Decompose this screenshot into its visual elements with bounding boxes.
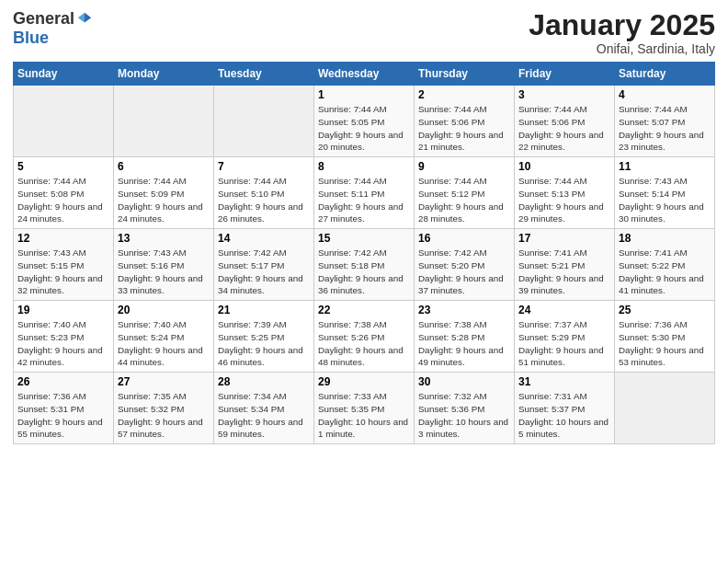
day-info: Sunrise: 7:44 AMSunset: 5:10 PMDaylight:… <box>218 175 310 225</box>
calendar-day-cell <box>14 86 114 157</box>
calendar-day-cell: 14Sunrise: 7:42 AMSunset: 5:17 PMDayligh… <box>214 229 314 301</box>
day-info: Sunrise: 7:43 AMSunset: 5:15 PMDaylight:… <box>17 247 109 297</box>
day-info: Sunrise: 7:44 AMSunset: 5:13 PMDaylight:… <box>518 175 610 225</box>
day-info: Sunrise: 7:44 AMSunset: 5:05 PMDaylight:… <box>318 103 410 154</box>
day-number: 19 <box>17 304 109 316</box>
calendar-week-row: 1Sunrise: 7:44 AMSunset: 5:05 PMDaylight… <box>14 86 715 157</box>
day-number: 5 <box>17 160 109 173</box>
day-info: Sunrise: 7:32 AMSunset: 5:36 PMDaylight:… <box>418 390 510 441</box>
header-thursday: Thursday <box>415 63 515 86</box>
calendar-header-row: Sunday Monday Tuesday Wednesday Thursday… <box>14 63 715 86</box>
day-number: 22 <box>318 304 410 316</box>
day-info: Sunrise: 7:40 AMSunset: 5:23 PMDaylight:… <box>17 318 109 369</box>
day-number: 10 <box>518 160 610 173</box>
month-title: January 2025 <box>529 9 715 41</box>
day-number: 16 <box>418 232 510 245</box>
day-number: 28 <box>218 375 310 388</box>
calendar-day-cell: 1Sunrise: 7:44 AMSunset: 5:05 PMDaylight… <box>314 86 415 157</box>
day-info: Sunrise: 7:44 AMSunset: 5:06 PMDaylight:… <box>518 103 610 154</box>
calendar-day-cell: 31Sunrise: 7:31 AMSunset: 5:37 PMDayligh… <box>515 373 615 444</box>
calendar-day-cell <box>615 373 715 444</box>
day-number: 31 <box>518 375 610 388</box>
header-tuesday: Tuesday <box>214 63 314 86</box>
calendar-day-cell: 2Sunrise: 7:44 AMSunset: 5:06 PMDaylight… <box>415 86 515 157</box>
day-info: Sunrise: 7:36 AMSunset: 5:30 PMDaylight:… <box>619 318 711 369</box>
svg-marker-0 <box>85 12 91 22</box>
day-info: Sunrise: 7:38 AMSunset: 5:28 PMDaylight:… <box>418 318 510 369</box>
calendar-day-cell: 22Sunrise: 7:38 AMSunset: 5:26 PMDayligh… <box>314 301 415 373</box>
day-info: Sunrise: 7:33 AMSunset: 5:35 PMDaylight:… <box>318 390 410 441</box>
calendar-week-row: 12Sunrise: 7:43 AMSunset: 5:15 PMDayligh… <box>14 229 715 301</box>
day-info: Sunrise: 7:44 AMSunset: 5:06 PMDaylight:… <box>418 103 510 154</box>
day-number: 8 <box>318 160 410 173</box>
calendar-day-cell: 5Sunrise: 7:44 AMSunset: 5:08 PMDaylight… <box>14 157 114 229</box>
day-info: Sunrise: 7:43 AMSunset: 5:16 PMDaylight:… <box>118 247 210 297</box>
day-number: 4 <box>619 88 711 101</box>
day-number: 21 <box>218 304 310 316</box>
calendar-day-cell: 25Sunrise: 7:36 AMSunset: 5:30 PMDayligh… <box>615 301 715 373</box>
day-info: Sunrise: 7:44 AMSunset: 5:11 PMDaylight:… <box>318 175 410 225</box>
calendar-day-cell: 27Sunrise: 7:35 AMSunset: 5:32 PMDayligh… <box>114 373 214 444</box>
day-info: Sunrise: 7:44 AMSunset: 5:12 PMDaylight:… <box>418 175 510 225</box>
page-header: General Blue January 2025 Onifai, Sardin… <box>13 9 715 56</box>
day-number: 29 <box>318 375 410 388</box>
day-number: 30 <box>418 375 510 388</box>
calendar-day-cell: 26Sunrise: 7:36 AMSunset: 5:31 PMDayligh… <box>14 373 114 444</box>
calendar-day-cell: 17Sunrise: 7:41 AMSunset: 5:21 PMDayligh… <box>515 229 615 301</box>
calendar-day-cell: 19Sunrise: 7:40 AMSunset: 5:23 PMDayligh… <box>14 301 114 373</box>
calendar-day-cell: 21Sunrise: 7:39 AMSunset: 5:25 PMDayligh… <box>214 301 314 373</box>
calendar-day-cell: 8Sunrise: 7:44 AMSunset: 5:11 PMDaylight… <box>314 157 415 229</box>
day-info: Sunrise: 7:35 AMSunset: 5:32 PMDaylight:… <box>118 390 210 441</box>
svg-marker-1 <box>78 12 85 22</box>
day-info: Sunrise: 7:44 AMSunset: 5:08 PMDaylight:… <box>17 175 109 225</box>
day-info: Sunrise: 7:41 AMSunset: 5:21 PMDaylight:… <box>518 247 610 297</box>
calendar-day-cell: 9Sunrise: 7:44 AMSunset: 5:12 PMDaylight… <box>415 157 515 229</box>
calendar-day-cell: 12Sunrise: 7:43 AMSunset: 5:15 PMDayligh… <box>14 229 114 301</box>
calendar-day-cell: 13Sunrise: 7:43 AMSunset: 5:16 PMDayligh… <box>114 229 214 301</box>
day-info: Sunrise: 7:44 AMSunset: 5:07 PMDaylight:… <box>619 103 711 154</box>
calendar-day-cell: 29Sunrise: 7:33 AMSunset: 5:35 PMDayligh… <box>314 373 415 444</box>
day-number: 18 <box>619 232 711 245</box>
day-number: 11 <box>619 160 711 173</box>
day-number: 20 <box>118 304 210 316</box>
calendar-day-cell: 6Sunrise: 7:44 AMSunset: 5:09 PMDaylight… <box>114 157 214 229</box>
calendar-week-row: 26Sunrise: 7:36 AMSunset: 5:31 PMDayligh… <box>14 373 715 444</box>
header-friday: Friday <box>515 63 615 86</box>
logo-blue-text: Blue <box>13 29 49 48</box>
title-block: January 2025 Onifai, Sardinia, Italy <box>529 9 715 56</box>
day-number: 9 <box>418 160 510 173</box>
day-number: 26 <box>17 375 109 388</box>
calendar-day-cell <box>214 86 314 157</box>
calendar-day-cell: 11Sunrise: 7:43 AMSunset: 5:14 PMDayligh… <box>615 157 715 229</box>
day-number: 24 <box>518 304 610 316</box>
calendar-day-cell: 15Sunrise: 7:42 AMSunset: 5:18 PMDayligh… <box>314 229 415 301</box>
calendar-day-cell: 23Sunrise: 7:38 AMSunset: 5:28 PMDayligh… <box>415 301 515 373</box>
day-info: Sunrise: 7:43 AMSunset: 5:14 PMDaylight:… <box>619 175 711 225</box>
day-info: Sunrise: 7:42 AMSunset: 5:17 PMDaylight:… <box>218 247 310 297</box>
calendar-week-row: 19Sunrise: 7:40 AMSunset: 5:23 PMDayligh… <box>14 301 715 373</box>
day-info: Sunrise: 7:44 AMSunset: 5:09 PMDaylight:… <box>118 175 210 225</box>
calendar-day-cell: 10Sunrise: 7:44 AMSunset: 5:13 PMDayligh… <box>515 157 615 229</box>
calendar-page: General Blue January 2025 Onifai, Sardin… <box>0 0 728 563</box>
day-number: 17 <box>518 232 610 245</box>
day-number: 12 <box>17 232 109 245</box>
day-number: 6 <box>118 160 210 173</box>
day-info: Sunrise: 7:42 AMSunset: 5:20 PMDaylight:… <box>418 247 510 297</box>
calendar-week-row: 5Sunrise: 7:44 AMSunset: 5:08 PMDaylight… <box>14 157 715 229</box>
calendar-day-cell: 18Sunrise: 7:41 AMSunset: 5:22 PMDayligh… <box>615 229 715 301</box>
day-info: Sunrise: 7:42 AMSunset: 5:18 PMDaylight:… <box>318 247 410 297</box>
header-wednesday: Wednesday <box>314 63 415 86</box>
day-number: 27 <box>118 375 210 388</box>
calendar-table: Sunday Monday Tuesday Wednesday Thursday… <box>13 62 715 444</box>
day-number: 7 <box>218 160 310 173</box>
day-info: Sunrise: 7:37 AMSunset: 5:29 PMDaylight:… <box>518 318 610 369</box>
calendar-day-cell: 30Sunrise: 7:32 AMSunset: 5:36 PMDayligh… <box>415 373 515 444</box>
day-number: 13 <box>118 232 210 245</box>
logo-flag-icon <box>76 11 93 28</box>
day-number: 3 <box>518 88 610 101</box>
day-info: Sunrise: 7:31 AMSunset: 5:37 PMDaylight:… <box>518 390 610 441</box>
calendar-day-cell: 28Sunrise: 7:34 AMSunset: 5:34 PMDayligh… <box>214 373 314 444</box>
header-saturday: Saturday <box>615 63 715 86</box>
logo-general-text: General <box>13 9 74 29</box>
logo: General Blue <box>13 9 93 48</box>
